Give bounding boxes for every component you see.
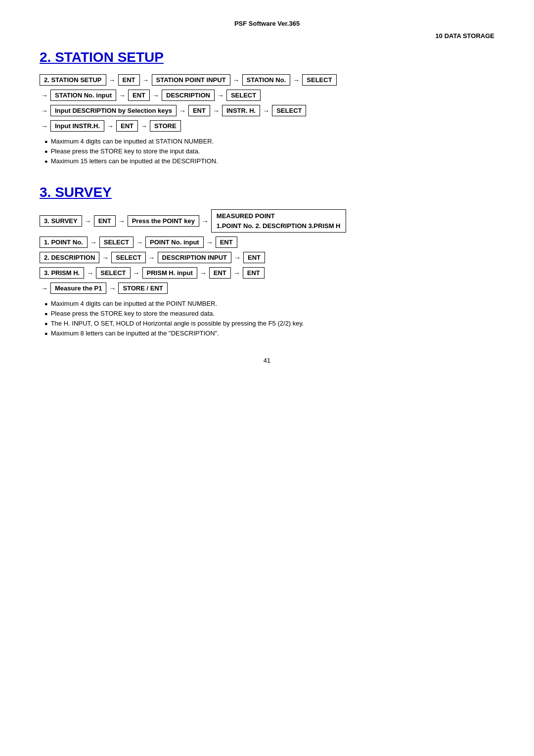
- survey-flow-row-1: 3. SURVEY → ENT → Press the POINT key → …: [40, 209, 494, 233]
- section-label: 10 DATA STORAGE: [40, 32, 494, 40]
- box-ent-s4: ENT: [209, 267, 231, 279]
- survey-bullets: Maximum 4 digits can be inputted at the …: [44, 300, 494, 337]
- survey-flow-row-5: → Measure the P1 → STORE / ENT: [40, 283, 494, 294]
- measured-point-box: MEASURED POINT 1.POINT No. 2. DESCRIPTIO…: [211, 209, 346, 233]
- box-description-input: DESCRIPTION INPUT: [158, 252, 231, 263]
- box-press-point-key: Press the POINT key: [128, 215, 199, 227]
- survey-title: 3. SURVEY: [40, 185, 494, 200]
- software-version: PSF Software Ver.365: [234, 20, 300, 27]
- box-store: STORE: [150, 120, 181, 132]
- box-ent-1: ENT: [118, 74, 140, 86]
- box-description: DESCRIPTION: [162, 90, 215, 101]
- box-ent-s3: ENT: [243, 252, 265, 263]
- box-survey: 3. SURVEY: [40, 215, 82, 227]
- box-station-no: STATION No.: [242, 74, 291, 86]
- survey-bullet-1: Maximum 4 digits can be inputted at the …: [44, 300, 494, 307]
- box-ent-s5: ENT: [243, 267, 265, 279]
- box-instr-h: INSTR. H.: [222, 105, 260, 116]
- box-select-2: SELECT: [226, 90, 261, 101]
- top-header: PSF Software Ver.365: [40, 20, 494, 27]
- box-select-3: SELECT: [272, 105, 306, 116]
- box-select-s2: SELECT: [111, 252, 145, 263]
- box-ent-4: ENT: [116, 120, 138, 132]
- bullet-3: Maximum 15 letters can be inputted at th…: [44, 157, 494, 165]
- box-store-ent: STORE / ENT: [118, 283, 167, 294]
- station-setup-bullets: Maximum 4 digits can be inputted at STAT…: [44, 138, 494, 165]
- bullet-1: Maximum 4 digits can be inputted at STAT…: [44, 138, 494, 145]
- box-ent-s2: ENT: [216, 236, 237, 248]
- survey-bullet-3: The H. INPUT, O SET, HOLD of Horizontal …: [44, 320, 494, 327]
- box-input-description: Input DESCRIPTION by Selection keys: [50, 105, 177, 116]
- box-point-no-input: POINT No. input: [145, 236, 204, 248]
- box-measure-p1: Measure the P1: [50, 283, 106, 294]
- station-setup-flow-row-4: → Input INSTR.H. → ENT → STORE: [40, 120, 494, 132]
- survey-flow-row-2: 1. POINT No. → SELECT → POINT No. input …: [40, 236, 494, 248]
- station-setup-flow-row-1: 2. STATION SETUP → ENT → STATION POINT I…: [40, 74, 494, 86]
- box-station-setup: 2. STATION SETUP: [40, 74, 106, 86]
- station-setup-flow-row-3: → Input DESCRIPTION by Selection keys → …: [40, 105, 494, 116]
- station-setup-title: 2. STATION SETUP: [40, 49, 494, 65]
- box-ent-2: ENT: [128, 90, 150, 101]
- box-select-1: SELECT: [302, 74, 336, 86]
- station-setup-flow-row-2: → STATION No. input → ENT → DESCRIPTION …: [40, 90, 494, 101]
- survey-flow-row-3: 2. DESCRIPTION → SELECT → DESCRIPTION IN…: [40, 252, 494, 263]
- box-ent-s1: ENT: [94, 215, 116, 227]
- survey-bullet-4: Maximum 8 letters can be inputted at the…: [44, 330, 494, 337]
- survey-bullet-2: Please press the STORE key to store the …: [44, 310, 494, 317]
- survey-flow-row-4: 3. PRISM H. → SELECT → PRISM H. input → …: [40, 267, 494, 279]
- page-container: PSF Software Ver.365 10 DATA STORAGE 2. …: [0, 0, 534, 756]
- box-select-s1: SELECT: [99, 236, 134, 248]
- station-setup-section: 2. STATION SETUP 2. STATION SETUP → ENT …: [40, 49, 494, 165]
- box-point-no: 1. POINT No.: [40, 236, 88, 248]
- bullet-2: Please press the STORE key to store the …: [44, 147, 494, 155]
- box-select-s3: SELECT: [96, 267, 130, 279]
- box-ent-3: ENT: [188, 105, 210, 116]
- box-input-instr-h: Input INSTR.H.: [50, 120, 104, 132]
- page-number: 41: [40, 357, 494, 364]
- box-station-point-input: STATION POINT INPUT: [152, 74, 230, 86]
- box-prism-h: 3. PRISM H.: [40, 267, 84, 279]
- box-description-s: 2. DESCRIPTION: [40, 252, 99, 263]
- box-prism-h-input: PRISM H. input: [142, 267, 197, 279]
- survey-section: 3. SURVEY 3. SURVEY → ENT → Press the PO…: [40, 185, 494, 337]
- box-station-no-input: STATION No. input: [50, 90, 116, 101]
